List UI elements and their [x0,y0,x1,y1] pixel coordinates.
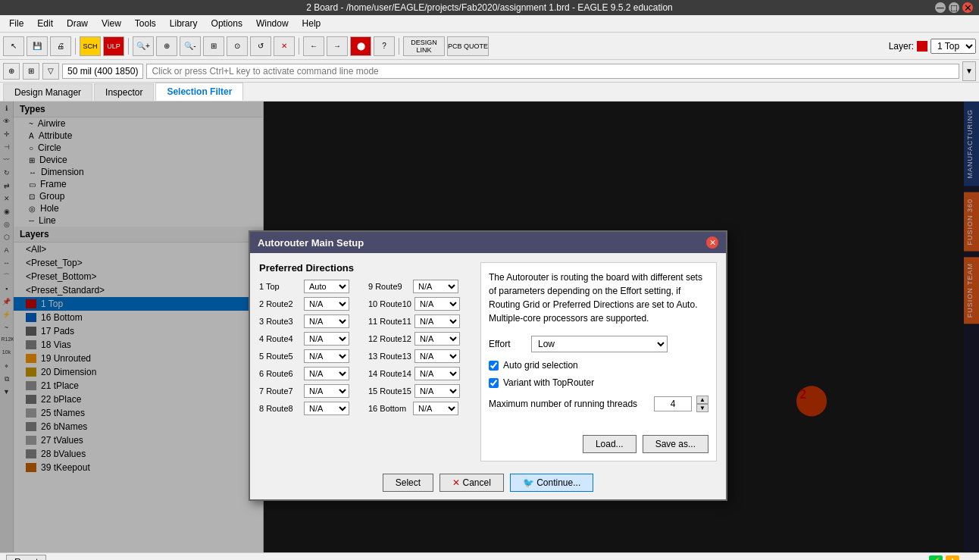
continue-button[interactable]: 🐦 Continue... [510,474,593,492]
print-button[interactable]: 🖨 [50,36,71,56]
auto-grid-checkbox[interactable] [489,361,499,371]
filter-button[interactable]: ▽ [42,63,59,80]
route-row-6: 6 Route6 N/AAuto [259,367,362,380]
route-10-select[interactable]: N/AAuto [414,297,460,311]
minimize-button[interactable]: ─ [935,2,946,13]
threads-input[interactable] [654,396,692,411]
continue-icon: 🐦 [523,477,534,488]
zoom-reset-button[interactable]: ⊙ [227,36,248,56]
route-row-14: 14 Route14 N/AAuto [368,367,471,380]
schematic-button[interactable]: SCH [80,36,101,56]
main-area: ℹ 👁 ✛ ⊣ 〰 ↻ ⇄ ✕ ◉ ◎ ⬡ A ↔ ⌒ ▪ 📌 ⚡ ~ R12K… [0,102,979,552]
drc-button[interactable]: ⬤ [350,36,371,56]
dialog-action-row: Select ✕ Cancel 🐦 Continue... [250,471,726,499]
route-16-select[interactable]: N/AAuto [413,402,458,415]
route-9-select[interactable]: N/AAuto [413,280,458,293]
route-16-label: 16 Bottom [368,404,410,413]
zoom-out-button[interactable]: 🔍- [180,36,201,56]
cancel-button[interactable]: ✕ Cancel [439,474,504,492]
undo-button[interactable]: ← [303,36,324,56]
route-14-select[interactable]: N/AAuto [414,367,460,380]
threads-down-button[interactable]: ▼ [696,404,708,412]
threads-label: Maximum number of running threads [489,397,649,411]
dialog-title: Autorouter Main Setup [258,237,364,249]
variant-checkbox[interactable] [489,378,499,388]
save-button[interactable]: 💾 [27,36,48,56]
menu-item-library[interactable]: Library [164,17,204,30]
route-3-select[interactable]: N/AAuto [304,314,349,328]
route-2-select[interactable]: N/AAuto [304,297,349,311]
redo-button[interactable]: → [327,36,348,56]
menu-item-view[interactable]: View [95,17,127,30]
route-row-12: 12 Route12 N/AAuto [368,332,471,346]
select-tool-button[interactable]: ↖ [3,36,24,56]
ratsnest-button[interactable]: ✕ [274,36,295,56]
zoom-in-button[interactable]: 🔍+ [133,36,154,56]
maximize-button[interactable]: □ [949,2,959,13]
snap-button[interactable]: ⊕ [3,63,20,80]
route-12-select[interactable]: N/AAuto [414,332,460,346]
titlebar: 2 Board - /home/user/EAGLE/projects/Fab2… [0,0,979,15]
dialog-close-button[interactable]: ✕ [706,236,718,249]
route-5-select[interactable]: N/AAuto [304,349,349,363]
route-13-select[interactable]: N/AAuto [414,349,460,363]
menu-item-options[interactable]: Options [205,17,249,30]
design-link-button[interactable]: DESIGN LINK [403,36,445,56]
route-8-label: 8 Route8 [259,404,301,413]
layer-selector[interactable]: Layer: 1 Top [889,39,976,54]
tab-selection-filter[interactable]: Selection Filter [155,83,243,101]
menu-item-edit[interactable]: Edit [31,17,59,30]
route-1-select[interactable]: AutoN/AHorizontalVertical [304,280,349,293]
tab-inspector[interactable]: Inspector [94,83,154,101]
command-input[interactable] [146,64,959,79]
close-button[interactable]: ✕ [962,2,973,13]
menu-item-file[interactable]: File [3,17,30,30]
pcb-quote-button[interactable]: PCB QUOTE [447,36,489,56]
route-13-label: 13 Route13 [368,352,411,361]
variant-label: Variant with TopRouter [503,376,594,389]
route-7-label: 7 Route7 [259,386,301,396]
zoom-fit-button[interactable]: ⊕ [156,36,177,56]
threads-spinner: ▲ ▼ [696,396,708,412]
dialog-titlebar: Autorouter Main Setup ✕ [250,232,726,253]
route-5-label: 5 Route5 [259,352,301,361]
route-6-label: 6 Route6 [259,369,301,378]
route-7-select[interactable]: N/AAuto [304,384,349,398]
layer-dropdown[interactable]: 1 Top [931,39,976,54]
refresh-button[interactable]: ↺ [250,36,271,56]
status-yellow-icon[interactable]: ! [946,555,959,560]
menu-item-help[interactable]: Help [296,17,327,30]
status-green-icon[interactable]: ⚡ [929,555,943,560]
reset-button[interactable]: Reset [6,555,46,561]
menu-item-tools[interactable]: Tools [129,17,162,30]
select-button[interactable]: Select [383,474,433,492]
route-6-select[interactable]: N/AAuto [304,367,349,380]
autorouter-dialog: Autorouter Main Setup ✕ Preferred Direct… [249,230,727,501]
menu-item-window[interactable]: Window [250,17,295,30]
load-button[interactable]: Load... [583,435,637,453]
route-15-select[interactable]: N/AAuto [414,384,460,398]
route-row-1: 1 Top AutoN/AHorizontalVertical [259,280,362,293]
route-2-label: 2 Route2 [259,299,301,308]
tab-design-manager[interactable]: Design Manager [3,83,92,101]
coordinate-display: 50 mil (400 1850) [62,64,143,79]
auto-grid-row: Auto grid selection [489,358,708,372]
effort-select[interactable]: Low Medium High [531,336,668,352]
save-as-button[interactable]: Save as... [643,435,708,453]
zoom-area-button[interactable]: ⊞ [203,36,224,56]
cmd-expand-button[interactable]: ▼ [962,61,976,81]
route-row-16: 16 Bottom N/AAuto [368,402,471,415]
variant-row: Variant with TopRouter [489,376,708,389]
menubar: FileEditDrawViewToolsLibraryOptionsWindo… [0,15,979,33]
route-row-15: 15 Route15 N/AAuto [368,384,471,398]
effort-label: Effort [489,337,527,351]
route-11-select[interactable]: N/AAuto [414,314,460,328]
grid-button[interactable]: ⊞ [23,63,39,80]
route-8-select[interactable]: N/AAuto [304,402,349,415]
threads-up-button[interactable]: ▲ [696,396,708,404]
route-4-label: 4 Route4 [259,334,301,343]
route-4-select[interactable]: N/AAuto [304,332,349,346]
ulp-button[interactable]: ULP [103,36,124,56]
help-button[interactable]: ? [374,36,395,56]
menu-item-draw[interactable]: Draw [61,17,94,30]
